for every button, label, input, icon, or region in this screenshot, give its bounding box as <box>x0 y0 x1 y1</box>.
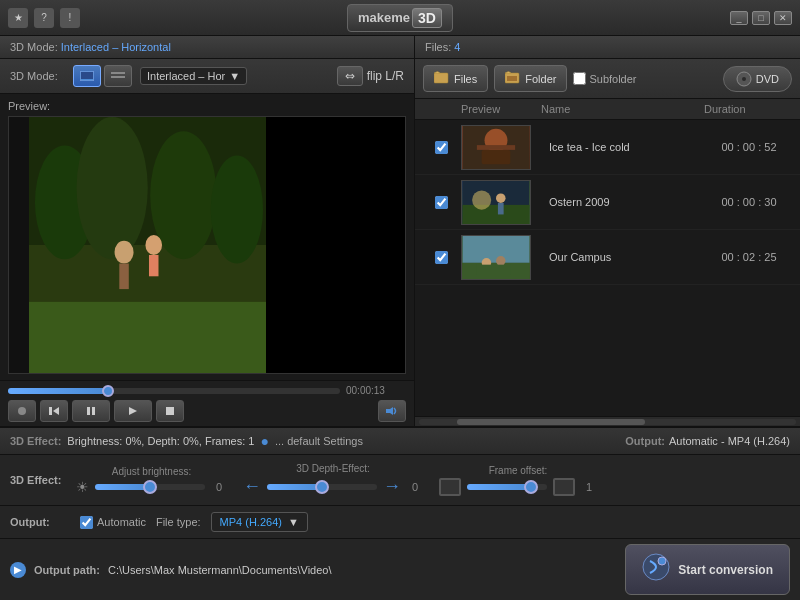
start-conversion-button[interactable]: Start conversion <box>625 544 790 595</box>
progress-bar-wrap: 00:00:13 <box>8 385 406 396</box>
header-name: Name <box>541 103 704 115</box>
frame-group: Frame offset: 1 <box>439 465 597 496</box>
files-top-bar: Files: 4 <box>415 36 800 59</box>
help-icon[interactable]: ? <box>34 8 54 28</box>
flip-icon[interactable]: ⇔ <box>337 66 363 86</box>
dvd-button[interactable]: DVD <box>723 66 792 92</box>
depth-fill <box>267 484 322 490</box>
svg-rect-3 <box>111 76 125 78</box>
video-controls: 00:00:13 <box>0 380 414 426</box>
file-row-checkbox-3[interactable] <box>421 251 461 264</box>
frame-box-right <box>553 478 575 496</box>
logo-3d: 3D <box>412 8 442 28</box>
file-thumb-2 <box>461 180 531 225</box>
file-actions: Files Folder Subfolder DVD <box>415 59 800 99</box>
settings-text[interactable]: ... default Settings <box>275 435 363 447</box>
volume-button[interactable] <box>378 400 406 422</box>
svg-rect-23 <box>434 73 448 83</box>
file-duration-2: 00 : 00 : 30 <box>704 196 794 208</box>
file-row-checkbox-1[interactable] <box>421 141 461 154</box>
svg-rect-17 <box>49 407 52 415</box>
file-row: Ostern 2009 00 : 00 : 30 <box>415 175 800 230</box>
effect-info-label: 3D Effect: <box>10 435 61 447</box>
brightness-handle[interactable] <box>143 480 157 494</box>
mode-btn-lines[interactable] <box>104 65 132 87</box>
svg-rect-14 <box>149 255 159 276</box>
file-duration-3: 00 : 02 : 25 <box>704 251 794 263</box>
file-name-3: Our Campus <box>541 251 704 263</box>
app-body: 3D Mode: Interlaced – Horizontal 3D Mode… <box>0 36 800 600</box>
title-bar: ★ ? ! makeme 3D _ □ ✕ <box>0 0 800 36</box>
frame-handle[interactable] <box>524 480 538 494</box>
filetype-value: MP4 (H.264) <box>220 516 282 528</box>
pause-button[interactable] <box>72 400 110 422</box>
svg-point-13 <box>145 235 162 255</box>
svg-point-34 <box>472 190 491 209</box>
minimize-button[interactable]: _ <box>730 11 748 25</box>
svg-point-44 <box>658 557 666 565</box>
progress-bar[interactable] <box>8 388 340 394</box>
depth-handle[interactable] <box>315 480 329 494</box>
filetype-select[interactable]: MP4 (H.264) ▼ <box>211 512 308 532</box>
svg-point-15 <box>18 407 26 415</box>
svg-point-35 <box>496 193 506 203</box>
file-list-header: Preview Name Duration <box>415 99 800 120</box>
file-row-checkbox-2[interactable] <box>421 196 461 209</box>
depth-left-icon: ← <box>243 476 261 497</box>
svg-point-7 <box>76 117 147 259</box>
svg-rect-39 <box>463 236 530 263</box>
brightness-slider[interactable] <box>95 484 205 490</box>
output-value-right: Automatic - MP4 (H.264) <box>669 435 790 447</box>
effect-controls-label: 3D Effect: <box>10 474 70 486</box>
depth-slider[interactable] <box>267 484 377 490</box>
frame-slider-row: 1 <box>439 478 597 496</box>
effect-controls: 3D Effect: Adjust brightness: ☀ 0 3D Dep… <box>0 455 800 506</box>
hscroll-track[interactable] <box>419 419 796 425</box>
files-button-label: Files <box>454 73 477 85</box>
subfolder-checkbox[interactable] <box>573 72 586 85</box>
horizontal-scrollbar[interactable] <box>415 416 800 426</box>
frame-slider[interactable] <box>467 484 547 490</box>
preview-label: Preview: <box>8 100 406 112</box>
thumb-icetea <box>462 126 530 169</box>
svg-rect-19 <box>92 407 95 415</box>
left-panel: 3D Mode: Interlaced – Horizontal 3D Mode… <box>0 36 415 426</box>
svg-rect-10 <box>29 302 267 373</box>
frame-box-left <box>439 478 461 496</box>
folder-button[interactable]: Folder <box>494 65 567 92</box>
files-icon <box>434 70 450 87</box>
svg-marker-16 <box>53 407 59 415</box>
output-path-label: Output path: <box>34 564 100 576</box>
svg-rect-12 <box>119 263 129 289</box>
mode-btn-screen[interactable] <box>73 65 101 87</box>
app-logo: makeme 3D <box>347 4 453 32</box>
mode-top-bar: 3D Mode: Interlaced – Horizontal <box>0 36 414 59</box>
svg-rect-33 <box>463 204 530 223</box>
auto-checkbox[interactable] <box>80 516 93 529</box>
prev-button[interactable] <box>40 400 68 422</box>
output-path-row: ▶ Output path: C:\Users\Max Mustermann\D… <box>0 539 800 600</box>
brightness-slider-row: ☀ 0 <box>76 479 227 495</box>
record-button[interactable] <box>8 400 36 422</box>
output-path-icon[interactable]: ▶ <box>10 562 26 578</box>
mode-dropdown-value: Interlaced – Hor <box>147 70 225 82</box>
play-button[interactable] <box>114 400 152 422</box>
output-label-right: Output: <box>625 435 665 447</box>
header-preview: Preview <box>461 103 541 115</box>
svg-rect-18 <box>87 407 90 415</box>
svg-marker-20 <box>129 407 137 415</box>
progress-handle[interactable] <box>102 385 114 397</box>
stop-button[interactable] <box>156 400 184 422</box>
svg-rect-31 <box>477 145 515 150</box>
svg-rect-1 <box>81 72 93 79</box>
files-button[interactable]: Files <box>423 65 488 92</box>
settings-icon[interactable]: ★ <box>8 8 28 28</box>
svg-rect-25 <box>507 76 517 81</box>
info-icon[interactable]: ! <box>60 8 80 28</box>
effect-info-bar: 3D Effect: Brightness: 0%, Depth: 0%, Fr… <box>0 428 800 455</box>
maximize-button[interactable]: □ <box>752 11 770 25</box>
hscroll-thumb[interactable] <box>457 419 646 425</box>
bottom-section: 3D Effect: Brightness: 0%, Depth: 0%, Fr… <box>0 426 800 600</box>
close-button[interactable]: ✕ <box>774 11 792 25</box>
mode-dropdown[interactable]: Interlaced – Hor ▼ <box>140 67 247 85</box>
